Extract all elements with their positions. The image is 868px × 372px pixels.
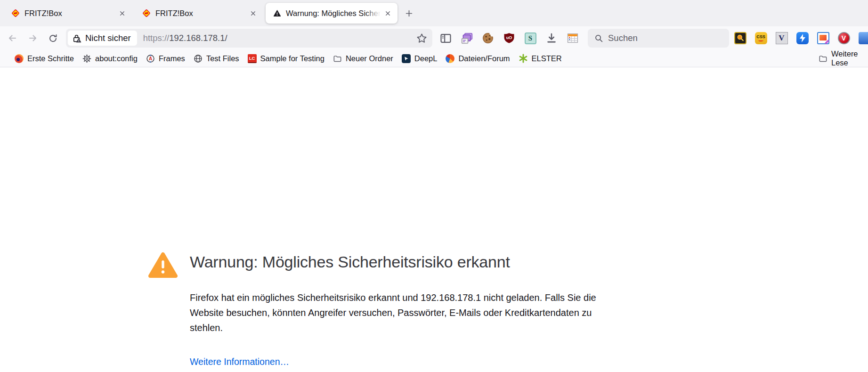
warning-favicon-icon (273, 9, 281, 17)
bookmarks-bar: Erste Schritte about:config A Frames Tes… (0, 50, 868, 67)
url-host: 192.168.178.1/ (169, 33, 227, 43)
gear-icon (82, 54, 91, 63)
bookmark-elster[interactable]: ELSTER (514, 52, 566, 65)
lc-icon: LC (248, 54, 257, 63)
tab-title: FRITZ!Box (24, 9, 62, 17)
folder-icon (819, 54, 827, 63)
green-asterisk-icon (519, 54, 528, 63)
bookmark-weitere-lesezeichen[interactable]: Weitere Lese (819, 50, 868, 67)
learn-more-link[interactable]: Weitere Informationen… (190, 356, 289, 367)
cookie-manager-icon[interactable] (480, 31, 495, 46)
url-bar[interactable]: Nicht sicher https://192.168.178.1/ (66, 29, 432, 48)
frames-icon: A (146, 54, 155, 63)
bookmark-label: about:config (95, 54, 138, 63)
svg-text:uO: uO (506, 35, 512, 40)
search-placeholder: Suchen (608, 33, 638, 43)
globe-icon (194, 54, 203, 63)
bookmark-frames[interactable]: A Frames (142, 52, 189, 65)
search-highlighter-icon[interactable] (734, 32, 746, 45)
search-icon (594, 34, 603, 43)
insecure-lock-icon (72, 33, 82, 43)
lightning-tool-icon[interactable] (796, 32, 809, 45)
bookmark-sample-for-testing[interactable]: LC Sample for Testing (243, 52, 329, 65)
tab-bar: FRITZ!Box FRITZ!Box Warnung: Mögliches S… (0, 0, 868, 26)
fritzbox-favicon-icon (142, 9, 151, 17)
bookmark-label: Dateien/Forum (458, 54, 510, 63)
search-bar[interactable]: Suchen (588, 29, 729, 48)
colors-circle-icon (446, 54, 454, 63)
tab-close-icon[interactable] (381, 7, 394, 19)
ublock-origin-icon[interactable]: uO (502, 31, 517, 46)
page-title: Warnung: Mögliches Sicherheitsrisiko erk… (190, 253, 510, 271)
fritzbox-favicon-icon (11, 9, 20, 17)
table-tool-icon[interactable] (565, 31, 580, 46)
bookmark-test-files[interactable]: Test Files (189, 52, 243, 65)
identity-label: Nicht sicher (85, 33, 131, 43)
site-identity-chip[interactable]: Nicht sicher (68, 31, 137, 46)
bookmark-erste-schritte[interactable]: Erste Schritte (10, 52, 78, 65)
css-tool-icon[interactable]: CSS (754, 32, 767, 45)
bookmark-label: DeepL (414, 54, 438, 63)
url-protocol: https:// (143, 33, 170, 43)
firefox-logo-icon (15, 54, 24, 63)
folder-icon (333, 54, 342, 63)
svg-text:A: A (149, 56, 152, 61)
video-helper-icon[interactable]: V (837, 32, 850, 45)
downloads-icon[interactable] (544, 31, 559, 46)
url-text: https://192.168.178.1/ (143, 33, 227, 43)
bookmark-neuer-ordner[interactable]: Neuer Ordner (329, 52, 397, 65)
right-extension-row: CSS V V (734, 29, 868, 48)
bookmark-label: Neuer Ordner (346, 54, 393, 63)
warning-triangle-icon (148, 251, 178, 279)
bookmark-about-config[interactable]: about:config (78, 52, 142, 65)
tab-warning-active[interactable]: Warnung: Mögliches Sicher (266, 3, 397, 24)
tab-close-icon[interactable] (116, 7, 128, 19)
session-windows-icon[interactable] (459, 31, 474, 46)
screenshot-editor-icon[interactable] (817, 32, 829, 45)
bookmark-label: Frames (159, 54, 185, 63)
bookmark-label: Erste Schritte (27, 54, 74, 63)
tab-close-icon[interactable] (247, 7, 259, 19)
tab-fritzbox-1[interactable]: FRITZ!Box (4, 3, 132, 24)
vimium-icon[interactable]: V (775, 32, 788, 45)
bookmark-label: Sample for Testing (260, 54, 324, 63)
forward-button[interactable] (24, 30, 41, 47)
extension-icon-row: uO S (438, 29, 580, 48)
new-tab-button[interactable] (401, 6, 416, 21)
warning-page: Warnung: Mögliches Sicherheitsrisiko erk… (0, 67, 868, 372)
sidebar-toggle-icon[interactable] (438, 31, 453, 46)
reload-button[interactable] (44, 30, 61, 47)
tab-title: FRITZ!Box (155, 9, 193, 17)
bookmark-deepl[interactable]: DeepL (397, 52, 442, 65)
bookmark-star-icon[interactable] (416, 33, 427, 44)
clipped-extension-icon[interactable] (858, 32, 868, 45)
tab-fritzbox-2[interactable]: FRITZ!Box (135, 3, 263, 24)
warning-description: Firefox hat ein mögliches Sicherheitsris… (190, 290, 596, 335)
bookmark-label: Test Files (206, 54, 239, 63)
deepl-icon (402, 54, 411, 63)
bookmark-dateien-forum[interactable]: Dateien/Forum (441, 52, 514, 65)
tab-title-fade (365, 8, 381, 18)
navigation-toolbar: Nicht sicher https://192.168.178.1/ uO S… (0, 26, 868, 50)
bookmark-label: Weitere Lese (831, 49, 868, 67)
back-button[interactable] (4, 30, 21, 47)
bookmark-label: ELSTER (532, 54, 562, 63)
stylus-icon[interactable]: S (523, 31, 538, 46)
